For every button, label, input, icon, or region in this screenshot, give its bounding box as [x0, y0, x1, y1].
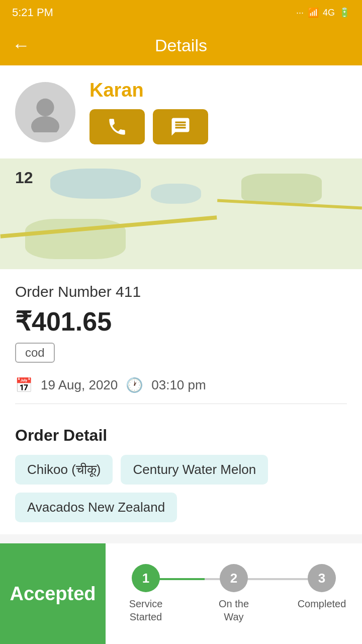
order-time: 03:10 pm [151, 377, 206, 393]
accepted-label: Accepted [10, 583, 96, 605]
status-time: 5:21 PM [12, 6, 53, 19]
progress-track: 1 Service Started 2 On the Way 3 Complet… [121, 564, 347, 623]
back-button[interactable]: ← [12, 35, 30, 56]
datetime-row: 📅 19 Aug, 2020 🕐 03:10 pm [15, 377, 347, 393]
step-3-circle: 3 [308, 564, 336, 592]
order-number: Order Number 411 [15, 283, 347, 300]
order-date: 19 Aug, 2020 [41, 377, 118, 393]
action-buttons [89, 109, 208, 144]
payment-badge: cod [15, 343, 55, 363]
progress-section: 1 Service Started 2 On the Way 3 Complet… [106, 543, 362, 644]
map-label: 12 [15, 169, 33, 187]
map-green-2 [241, 174, 322, 204]
chat-button[interactable] [153, 109, 208, 144]
order-item-2: Avacados New Zealand [15, 493, 177, 522]
clock-icon: 🕐 [126, 377, 143, 393]
map-section: 12 [0, 158, 362, 269]
step-3-number: 3 [318, 571, 325, 586]
network-icon: 4G [323, 8, 335, 18]
step-1-label: Service Started [121, 597, 171, 623]
avatar-icon [25, 92, 65, 132]
profile-section: Karan [0, 65, 362, 158]
order-price: ₹401.65 [15, 306, 347, 337]
status-icons: ··· 📶 4G 🔋 [296, 7, 350, 18]
step-3: 3 Completed [297, 564, 347, 610]
map-water-1 [50, 169, 141, 199]
step-2-number: 2 [230, 571, 237, 586]
battery-icon: 🔋 [339, 7, 350, 18]
signal-dots: ··· [296, 8, 304, 18]
bottom-section: Accepted 1 Service Started 2 On the Way … [0, 543, 362, 644]
calendar-icon: 📅 [15, 377, 33, 393]
order-info: Order Number 411 ₹401.65 cod 📅 19 Aug, 2… [0, 269, 362, 414]
order-detail-title: Order Detail [15, 426, 347, 445]
order-items: Chikoo (चीकू) Century Water Melon Avacad… [15, 455, 347, 522]
divider [15, 404, 347, 404]
wifi-icon: 📶 [308, 7, 319, 18]
step-2: 2 On the Way [209, 564, 259, 623]
status-bar: 5:21 PM ··· 📶 4G 🔋 [0, 0, 362, 25]
accepted-button[interactable]: Accepted [0, 543, 106, 644]
call-button[interactable] [89, 109, 145, 144]
phone-icon [107, 116, 128, 137]
profile-info: Karan [89, 79, 208, 144]
svg-point-0 [36, 98, 54, 116]
order-item-1: Century Water Melon [121, 455, 268, 485]
page-title: Details [155, 36, 207, 55]
svg-point-1 [31, 116, 59, 132]
customer-name: Karan [89, 79, 208, 101]
map-water-2 [151, 184, 201, 204]
page-header: ← Details [0, 25, 362, 65]
step-1: 1 Service Started [121, 564, 171, 623]
avatar [15, 82, 75, 142]
step-2-circle: 2 [220, 564, 248, 592]
map-background: 12 [0, 158, 362, 269]
step-1-circle: 1 [132, 564, 160, 592]
order-item-0: Chikoo (चीकू) [15, 455, 113, 485]
order-detail: Order Detail Chikoo (चीकू) Century Water… [0, 414, 362, 534]
step-2-label: On the Way [209, 597, 259, 623]
step-3-label: Completed [298, 597, 346, 610]
chat-icon [170, 116, 191, 137]
step-1-number: 1 [142, 571, 149, 586]
